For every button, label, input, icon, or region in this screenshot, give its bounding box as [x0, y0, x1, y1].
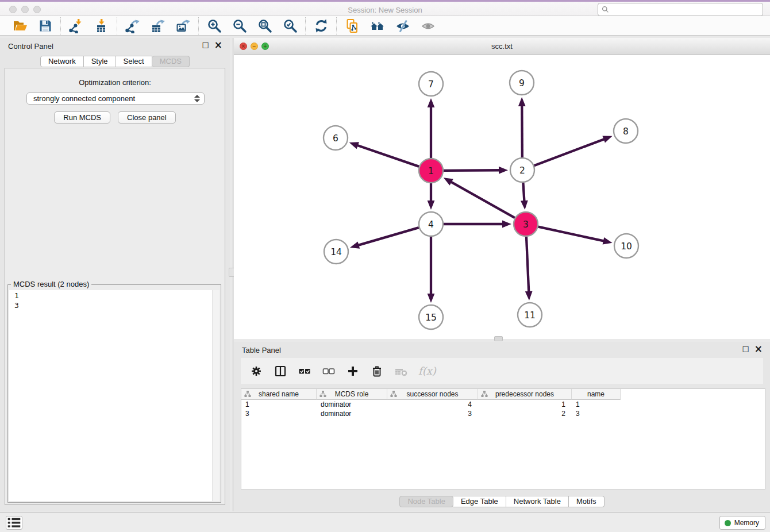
deselect-all-button[interactable] [322, 364, 336, 378]
close-panel-icon[interactable]: × [214, 41, 222, 49]
column-header-label: predecessor nodes [495, 390, 554, 398]
memory-button[interactable]: Memory [719, 516, 765, 530]
optimization-criterion-dropdown[interactable]: strongly connected component [26, 92, 205, 105]
float-panel-icon[interactable]: □ [202, 40, 209, 49]
search-box[interactable] [598, 3, 763, 16]
tab-motifs[interactable]: Motifs [569, 496, 605, 507]
tab-node-table[interactable]: Node Table [399, 496, 453, 507]
graph-edge-1-6[interactable] [356, 145, 419, 167]
open-session-button[interactable] [12, 18, 28, 33]
column-header-MCDS-role[interactable]: MCDS role [317, 389, 387, 400]
graph-edge-1-2[interactable] [444, 170, 500, 171]
edge-arrowhead-icon [602, 136, 612, 143]
mcds-result-list[interactable]: 13 [9, 290, 220, 501]
first-neighbors-button[interactable] [369, 18, 385, 33]
network-window-titlebar[interactable]: × − + scc.txt [234, 38, 770, 55]
cell-name[interactable]: 1 [572, 400, 621, 409]
control-panel-title: Control Panel [8, 42, 53, 51]
graph-node-label-7: 7 [428, 79, 434, 90]
horizontal-splitter-grip[interactable] [494, 336, 503, 341]
table-header-row: shared nameMCDS rolesuccessor nodesprede… [241, 389, 765, 400]
tab-style[interactable]: Style [84, 56, 116, 67]
zoom-in-button[interactable] [206, 18, 222, 33]
zoom-fit-button[interactable] [257, 18, 272, 33]
float-table-panel-icon[interactable]: □ [742, 344, 749, 353]
graph-edge-3-11[interactable] [526, 237, 529, 293]
hide-selected-icon [395, 18, 410, 33]
save-session-button[interactable] [37, 18, 53, 33]
tab-mcds[interactable]: MCDS [152, 56, 190, 67]
table-settings-button[interactable] [249, 364, 263, 378]
hide-selected-button[interactable] [395, 18, 410, 33]
tab-network-table[interactable]: Network Table [506, 496, 569, 507]
add-column-button[interactable] [346, 364, 360, 378]
column-header-name[interactable]: name [572, 389, 621, 400]
result-scrollbar[interactable] [212, 290, 220, 501]
import-table-button[interactable] [94, 18, 109, 33]
column-header-label: shared name [259, 390, 299, 398]
graph-edge-3-10[interactable] [538, 227, 605, 241]
zoom-out-icon [232, 18, 247, 33]
select-all-icon [298, 365, 311, 377]
network-graph[interactable]: 7968124314101511 [234, 55, 770, 339]
edge-arrowhead-icon [603, 237, 613, 245]
graph-edge-4-14[interactable] [357, 228, 418, 245]
delete-column-icon [371, 365, 383, 377]
edge-arrowhead-icon [428, 98, 435, 107]
cell-name[interactable]: 3 [572, 409, 621, 418]
close-table-panel-icon[interactable]: × [754, 345, 763, 353]
show-all-icon [421, 18, 436, 33]
network-from-selection-button[interactable] [344, 18, 360, 33]
cell-successor-nodes[interactable]: 3 [387, 409, 478, 418]
export-image-button[interactable] [175, 18, 191, 33]
column-browser-button[interactable] [274, 364, 287, 378]
cell-shared-name[interactable]: 1 [241, 400, 317, 409]
cell-predecessor-nodes[interactable]: 1 [478, 400, 572, 409]
table-row[interactable]: 3dominator323 [241, 409, 765, 418]
tab-network[interactable]: Network [40, 56, 84, 67]
cell-MCDS-role[interactable]: dominator [317, 409, 387, 418]
cell-MCDS-role[interactable]: dominator [317, 400, 387, 409]
edge-arrowhead-icon [521, 201, 528, 210]
graph-edge-2-9[interactable] [522, 105, 522, 157]
search-input[interactable] [611, 5, 759, 14]
column-header-shared-name[interactable]: shared name [241, 389, 317, 400]
zoom-fit-icon [257, 18, 272, 33]
graph-edge-2-8[interactable] [534, 138, 606, 165]
status-bar: Memory [0, 512, 770, 532]
delete-table-icon [395, 365, 407, 377]
deselect-all-icon [322, 365, 335, 377]
column-header-predecessor-nodes[interactable]: predecessor nodes [478, 389, 572, 400]
status-tasks-button[interactable] [6, 516, 22, 530]
apply-layout-button[interactable] [313, 18, 329, 33]
network-canvas[interactable]: 7968124314101511 [234, 55, 770, 339]
network-window-title: scc.txt [234, 42, 770, 51]
result-line: 1 [14, 291, 220, 300]
zoom-out-button[interactable] [232, 18, 247, 33]
graph-edge-2-3[interactable] [523, 183, 524, 202]
zoom-selected-button[interactable] [282, 18, 298, 33]
dropdown-stepper-icon [194, 95, 200, 102]
cell-shared-name[interactable]: 3 [241, 409, 317, 418]
column-header-label: successor nodes [406, 390, 458, 398]
run-mcds-button[interactable]: Run MCDS [54, 111, 110, 124]
close-panel-button[interactable]: Close panel [118, 111, 176, 124]
add-column-icon [346, 365, 359, 377]
export-table-button[interactable] [150, 18, 165, 33]
cell-successor-nodes[interactable]: 4 [387, 400, 478, 409]
function-builder-button[interactable]: f(x) [418, 364, 436, 378]
tab-edge-table[interactable]: Edge Table [453, 496, 506, 507]
cell-predecessor-nodes[interactable]: 2 [478, 409, 572, 418]
graph-edge-3-1[interactable] [450, 182, 515, 218]
select-all-button[interactable] [298, 364, 311, 378]
delete-table-button[interactable] [394, 364, 408, 378]
export-network-button[interactable] [125, 18, 140, 33]
open-session-icon [13, 18, 28, 33]
import-network-button[interactable] [68, 18, 84, 33]
toolbar-group [336, 17, 443, 34]
delete-column-button[interactable] [370, 364, 384, 378]
column-header-successor-nodes[interactable]: successor nodes [387, 389, 478, 400]
table-row[interactable]: 1dominator411 [241, 400, 765, 409]
show-all-button[interactable] [420, 18, 436, 33]
tab-select[interactable]: Select [116, 56, 152, 67]
